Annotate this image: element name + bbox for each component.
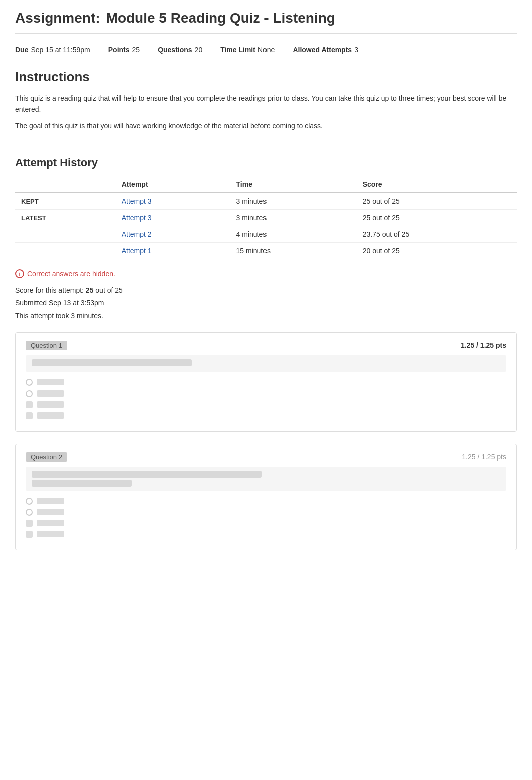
radio-1a: [26, 379, 33, 386]
score-value: 25: [86, 286, 94, 294]
questions-value: 20: [195, 46, 203, 54]
answer-option-1d: [26, 412, 506, 419]
attempt-history-table: Attempt Time Score KEPT Attempt 3 3 minu…: [15, 176, 517, 259]
due-value: Sep 15 at 11:59pm: [31, 46, 90, 54]
answer-option-2a: [26, 498, 506, 505]
row-attempt-0[interactable]: Attempt 3: [116, 193, 230, 210]
col-attempt: Attempt: [116, 176, 230, 193]
allowed-attempts-value: 3: [354, 46, 358, 54]
row-score-1: 25 out of 25: [357, 210, 517, 226]
row-score-3: 20 out of 25: [357, 243, 517, 259]
question-block-2: Question 2 1.25 / 1.25 pts: [15, 444, 517, 550]
question-1-pts: 1.25 / 1.25 pts: [461, 341, 506, 349]
assignment-title-section: Assignment: Module 5 Reading Quiz - List…: [15, 10, 517, 34]
answer-option-1b: [26, 390, 506, 397]
assignment-label: Assignment:: [15, 10, 100, 26]
row-attempt-3[interactable]: Attempt 1: [116, 243, 230, 259]
questions-item: Questions 20: [158, 46, 202, 54]
row-time-2: 4 minutes: [230, 226, 357, 243]
meta-bar: Due Sep 15 at 11:59pm Points 25 Question…: [15, 41, 517, 59]
radio-2a: [26, 498, 33, 505]
answer-option-2d: [26, 531, 506, 538]
allowed-attempts-label: Allowed Attempts: [293, 46, 352, 54]
row-label-3: [15, 243, 116, 259]
table-row: LATEST Attempt 3 3 minutes 25 out of 25: [15, 210, 517, 226]
correct-answers-text: Correct answers are hidden.: [27, 270, 115, 278]
question-2-number: Question 2: [26, 452, 67, 462]
row-label-0: KEPT: [15, 193, 116, 210]
points-label: Points: [108, 46, 130, 54]
time-limit-label: Time Limit: [220, 46, 255, 54]
due-label: Due: [15, 46, 28, 54]
score-suffix: out of 25: [95, 286, 123, 294]
table-header-row: Attempt Time Score: [15, 176, 517, 193]
info-icon: i: [15, 269, 24, 278]
answer-option-2b: [26, 509, 506, 516]
time-limit-value: None: [258, 46, 275, 54]
instructions-section: Instructions This quiz is a reading quiz…: [15, 69, 517, 131]
row-time-0: 3 minutes: [230, 193, 357, 210]
duration-line: This attempt took 3 minutes.: [15, 310, 517, 322]
time-limit-item: Time Limit None: [220, 46, 275, 54]
correct-answers-notice: i Correct answers are hidden.: [15, 269, 517, 278]
row-time-1: 3 minutes: [230, 210, 357, 226]
row-score-0: 25 out of 25: [357, 193, 517, 210]
answer-option-1c: [26, 401, 506, 408]
question-block-1: Question 1 1.25 / 1.25 pts: [15, 332, 517, 432]
col-score: Score: [357, 176, 517, 193]
table-row: Attempt 1 15 minutes 20 out of 25: [15, 243, 517, 259]
table-row: Attempt 2 4 minutes 23.75 out of 25: [15, 226, 517, 243]
row-label-2: [15, 226, 116, 243]
score-summary: Score for this attempt: 25 out of 25 Sub…: [15, 284, 517, 322]
col-label: [15, 176, 116, 193]
radio-1b: [26, 390, 33, 397]
radio-2b: [26, 509, 33, 516]
row-time-3: 15 minutes: [230, 243, 357, 259]
row-label-1: LATEST: [15, 210, 116, 226]
score-line-label: Score for this attempt:: [15, 286, 84, 294]
question-2-pts: 1.25 / 1.25 pts: [462, 453, 506, 461]
instructions-title: Instructions: [15, 69, 517, 85]
row-attempt-1[interactable]: Attempt 3: [116, 210, 230, 226]
questions-label: Questions: [158, 46, 192, 54]
instructions-text-1: This quiz is a reading quiz that will he…: [15, 93, 517, 115]
question-1-number: Question 1: [26, 341, 67, 350]
col-time: Time: [230, 176, 357, 193]
row-attempt-2[interactable]: Attempt 2: [116, 226, 230, 243]
points-value: 25: [132, 46, 140, 54]
table-row: KEPT Attempt 3 3 minutes 25 out of 25: [15, 193, 517, 210]
answer-option-2c: [26, 520, 506, 527]
score-line: Score for this attempt: 25 out of 25: [15, 284, 517, 297]
due-date-item: Due Sep 15 at 11:59pm: [15, 46, 90, 54]
question-1-text: [26, 355, 506, 372]
answer-option-1a: [26, 379, 506, 386]
row-score-2: 23.75 out of 25: [357, 226, 517, 243]
question-1-header: Question 1 1.25 / 1.25 pts: [26, 341, 506, 350]
attempt-history-title: Attempt History: [15, 156, 517, 169]
question-2-header: Question 2 1.25 / 1.25 pts: [26, 452, 506, 462]
submitted-line: Submitted Sep 13 at 3:53pm: [15, 297, 517, 309]
attempt-history-section: Attempt History Attempt Time Score KEPT …: [15, 156, 517, 259]
instructions-text-2: The goal of this quiz is that you will h…: [15, 120, 517, 131]
assignment-name: Module 5 Reading Quiz - Listening: [106, 10, 335, 26]
allowed-attempts-item: Allowed Attempts 3: [293, 46, 358, 54]
question-2-text: [26, 467, 506, 491]
points-item: Points 25: [108, 46, 140, 54]
